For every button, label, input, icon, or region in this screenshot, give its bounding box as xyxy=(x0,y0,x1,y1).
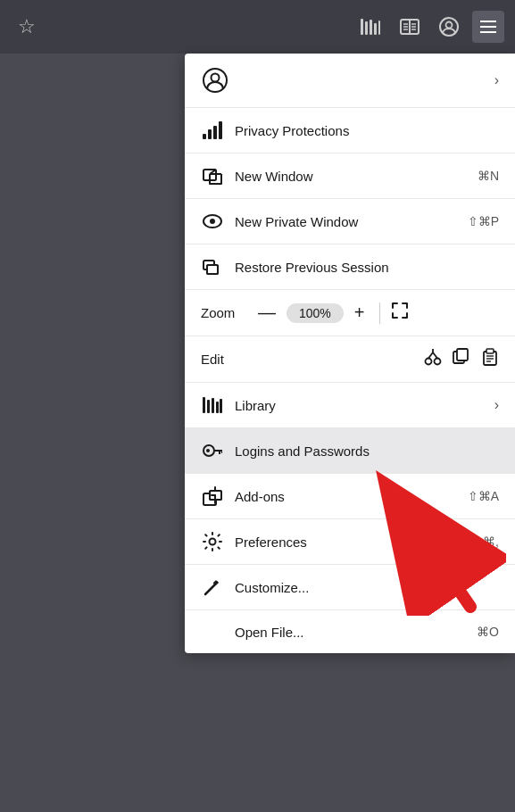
addons-shortcut: ⇧⌘A xyxy=(468,489,499,503)
svg-rect-46 xyxy=(216,402,219,413)
svg-point-52 xyxy=(206,449,210,452)
new-window-icon xyxy=(201,164,224,187)
library-chevron-icon: › xyxy=(494,397,499,413)
svg-rect-2 xyxy=(370,20,372,35)
svg-point-27 xyxy=(210,219,215,224)
svg-rect-44 xyxy=(207,400,210,413)
privacy-protections-item[interactable]: Privacy Protections xyxy=(185,108,515,153)
svg-rect-1 xyxy=(365,21,368,35)
account-menu-item[interactable]: › xyxy=(185,54,515,108)
svg-rect-4 xyxy=(378,21,380,35)
svg-rect-30 xyxy=(207,265,218,274)
addons-item[interactable]: Add-ons ⇧⌘A xyxy=(185,474,515,519)
customize-label: Customize... xyxy=(235,580,499,595)
private-window-icon xyxy=(201,210,224,233)
svg-rect-3 xyxy=(374,23,377,35)
library-label: Library xyxy=(235,398,487,413)
svg-point-19 xyxy=(212,74,220,82)
cut-icon[interactable] xyxy=(424,348,442,370)
zoom-row: Zoom — 100% + xyxy=(185,290,515,336)
logins-icon xyxy=(201,439,224,462)
logins-passwords-label: Logins and Passwords xyxy=(235,443,499,459)
svg-point-56 xyxy=(210,539,216,545)
svg-point-32 xyxy=(435,359,441,365)
privacy-protections-label: Privacy Protections xyxy=(235,123,499,138)
zoom-value: 100% xyxy=(287,303,344,323)
dropdown-menu: › Privacy Protections New Window ⌘N xyxy=(185,54,515,653)
zoom-divider xyxy=(379,302,380,324)
restore-session-item[interactable]: Restore Previous Session xyxy=(185,244,515,290)
open-file-label: Open File... xyxy=(235,625,469,640)
preferences-label: Preferences xyxy=(235,534,476,550)
library-icon xyxy=(201,394,224,417)
svg-rect-0 xyxy=(361,19,363,35)
restore-session-icon xyxy=(201,255,224,278)
browser-toolbar: ☆ xyxy=(0,0,515,54)
paste-icon[interactable] xyxy=(481,348,499,370)
hamburger-menu-icon[interactable] xyxy=(472,11,504,43)
preferences-icon xyxy=(201,530,224,553)
addons-icon xyxy=(201,485,224,508)
svg-rect-20 xyxy=(203,134,206,139)
restore-session-label: Restore Previous Session xyxy=(235,260,499,275)
new-private-window-item[interactable]: New Private Window ⇧⌘P xyxy=(185,199,515,244)
svg-rect-21 xyxy=(208,129,212,139)
bookmark-icon[interactable]: ☆ xyxy=(11,11,43,43)
account-icon xyxy=(201,66,229,95)
svg-rect-23 xyxy=(219,121,222,139)
zoom-plus-button[interactable]: + xyxy=(347,302,372,323)
new-private-window-label: New Private Window xyxy=(235,214,461,229)
customize-icon xyxy=(201,576,224,599)
edit-row: Edit xyxy=(185,336,515,383)
account-toolbar-icon[interactable] xyxy=(433,11,465,43)
new-window-item[interactable]: New Window ⌘N xyxy=(185,153,515,199)
reading-view-icon[interactable] xyxy=(394,11,426,43)
svg-rect-45 xyxy=(212,398,214,413)
fullscreen-button[interactable] xyxy=(387,302,412,324)
new-window-shortcut: ⌘N xyxy=(478,169,499,183)
account-chevron-icon: › xyxy=(494,72,499,88)
svg-rect-39 xyxy=(486,349,494,353)
svg-line-34 xyxy=(433,352,437,359)
svg-rect-22 xyxy=(213,126,217,139)
edit-label: Edit xyxy=(201,352,424,367)
svg-line-33 xyxy=(428,352,433,359)
logins-passwords-item[interactable]: Logins and Passwords xyxy=(185,428,515,474)
svg-point-14 xyxy=(446,22,453,29)
zoom-minus-button[interactable]: — xyxy=(251,302,283,323)
preferences-shortcut: ⌘, xyxy=(483,534,499,549)
zoom-label: Zoom xyxy=(201,305,237,320)
preferences-item[interactable]: Preferences ⌘, xyxy=(185,519,515,565)
new-window-label: New Window xyxy=(235,169,470,184)
customize-item[interactable]: Customize... xyxy=(185,565,515,610)
open-file-shortcut: ⌘O xyxy=(477,625,499,639)
library-item[interactable]: Library › xyxy=(185,383,515,428)
svg-point-31 xyxy=(426,359,432,365)
new-private-window-shortcut: ⇧⌘P xyxy=(468,214,499,228)
addons-label: Add-ons xyxy=(235,489,461,504)
open-file-item[interactable]: Open File... ⌘O xyxy=(185,610,515,653)
copy-icon[interactable] xyxy=(453,348,470,370)
svg-rect-43 xyxy=(203,397,205,413)
library-toolbar-icon[interactable] xyxy=(354,11,386,43)
svg-rect-37 xyxy=(457,349,468,360)
svg-rect-47 xyxy=(220,399,222,413)
privacy-icon xyxy=(201,119,224,142)
